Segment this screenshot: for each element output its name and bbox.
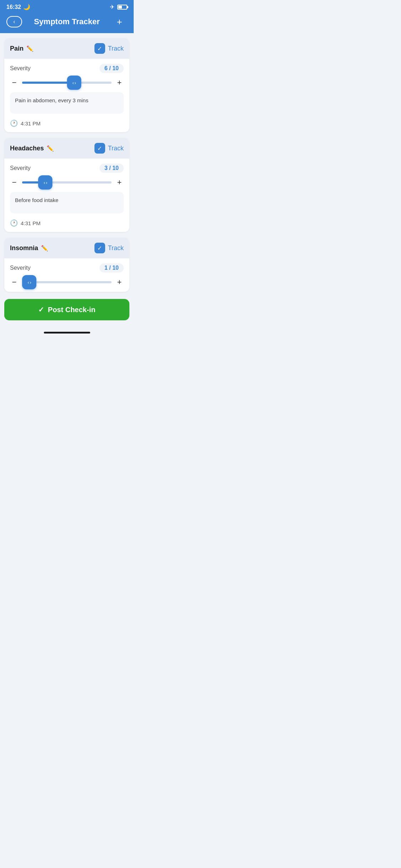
headaches-card-body: Severity 3 / 10 − ‹ › + Before food inta… [4,159,129,232]
headaches-severity-value: 3 / 10 [99,164,124,173]
pain-title: Pain [10,45,24,52]
headaches-slider-thumb[interactable]: ‹ › [38,175,52,190]
insomnia-severity-label: Severity [10,265,31,271]
pain-card-body: Severity 6 / 10 − ‹ › + Pain in abdomen,… [4,59,129,132]
headaches-time-row: 🕐 4:31 PM [10,218,124,227]
insomnia-title: Insomnia [10,244,38,252]
insomnia-slider-thumb[interactable]: ‹ › [22,275,36,289]
app-header: ‹ Symptom Tracker + [0,13,134,33]
headaches-severity-label: Severity [10,165,31,171]
status-time: 16:32 [6,4,21,10]
post-checkin-button[interactable]: ✓ Post Check-in [4,299,129,320]
insomnia-severity-row: Severity 1 / 10 [10,263,124,273]
post-checkin-label: Post Check-in [48,306,95,314]
pain-severity-label: Severity [10,65,31,72]
headaches-card-header: Headaches ✏️ ✓ Track [4,138,129,159]
headaches-edit-icon[interactable]: ✏️ [47,145,54,152]
headaches-title-row: Headaches ✏️ [10,145,54,152]
pain-increase-button[interactable]: + [115,78,124,87]
page-title: Symptom Tracker [34,17,100,26]
main-content: Pain ✏️ ✓ Track Severity 6 / 10 − [0,33,134,328]
insomnia-increase-button[interactable]: + [115,278,124,287]
headaches-track-label: Track [108,145,124,152]
home-indicator [0,328,134,336]
insomnia-card: Insomnia ✏️ ✓ Track Severity 1 / 10 − [4,238,129,292]
pain-card-header: Pain ✏️ ✓ Track [4,38,129,59]
pain-severity-value: 6 / 10 [99,64,124,73]
insomnia-track-checkbox: ✓ [94,243,105,253]
headaches-time: 4:31 PM [21,220,41,226]
status-bar: 16:32 🌙 ✈ [0,0,134,13]
insomnia-card-body: Severity 1 / 10 − ‹ › + [4,258,129,292]
insomnia-severity-value: 1 / 10 [99,263,124,273]
insomnia-card-header: Insomnia ✏️ ✓ Track [4,238,129,258]
checkin-check-icon: ✓ [38,305,44,314]
home-bar [44,332,90,334]
insomnia-title-row: Insomnia ✏️ [10,244,48,252]
pain-track-checkbox: ✓ [94,43,105,54]
headaches-increase-button[interactable]: + [115,178,124,187]
insomnia-check-icon: ✓ [97,245,102,252]
add-icon: + [117,16,122,27]
pain-time: 4:31 PM [21,120,41,126]
pain-title-row: Pain ✏️ [10,45,34,52]
pain-check-icon: ✓ [97,45,102,52]
insomnia-edit-icon[interactable]: ✏️ [41,245,48,252]
pain-slider-track[interactable]: ‹ › [22,82,112,84]
pain-decrease-button[interactable]: − [10,78,19,87]
back-chevron-icon: ‹ [13,19,15,25]
status-icons: ✈ [110,4,127,10]
headaches-severity-row: Severity 3 / 10 [10,164,124,173]
battery-icon [117,5,127,10]
insomnia-track-label: Track [108,244,124,252]
insomnia-slider-track[interactable]: ‹ › [22,281,112,283]
airplane-icon: ✈ [110,4,114,10]
insomnia-track-button[interactable]: ✓ Track [94,243,124,253]
headaches-track-button[interactable]: ✓ Track [94,143,124,154]
pain-notes[interactable]: Pain in abdomen, every 3 mins [10,92,124,114]
pain-slider-row: − ‹ › + [10,78,124,87]
insomnia-decrease-button[interactable]: − [10,278,19,287]
moon-icon: 🌙 [23,4,30,10]
pain-time-row: 🕐 4:31 PM [10,119,124,127]
insomnia-thumb-icon: ‹ › [27,280,31,285]
headaches-slider-row: − ‹ › + [10,178,124,187]
pain-track-button[interactable]: ✓ Track [94,43,124,54]
headaches-track-checkbox: ✓ [94,143,105,154]
headaches-clock-icon: 🕐 [10,219,18,227]
insomnia-slider-row: − ‹ › + [10,278,124,287]
pain-severity-row: Severity 6 / 10 [10,64,124,73]
headaches-card: Headaches ✏️ ✓ Track Severity 3 / 10 − [4,138,129,232]
back-button[interactable]: ‹ [6,16,22,27]
headaches-title: Headaches [10,145,44,152]
headaches-notes[interactable]: Before food intake [10,192,124,213]
add-symptom-button[interactable]: + [112,16,127,27]
pain-track-label: Track [108,45,124,52]
headaches-decrease-button[interactable]: − [10,178,19,187]
pain-thumb-icon: ‹ › [72,80,76,86]
headaches-check-icon: ✓ [97,145,102,152]
headaches-thumb-icon: ‹ › [44,180,47,185]
pain-card: Pain ✏️ ✓ Track Severity 6 / 10 − [4,38,129,132]
pain-clock-icon: 🕐 [10,119,18,127]
pain-slider-fill [22,82,74,84]
pain-edit-icon[interactable]: ✏️ [26,45,34,52]
headaches-slider-track[interactable]: ‹ › [22,181,112,184]
status-time-area: 16:32 🌙 [6,4,30,10]
pain-slider-thumb[interactable]: ‹ › [67,76,81,90]
